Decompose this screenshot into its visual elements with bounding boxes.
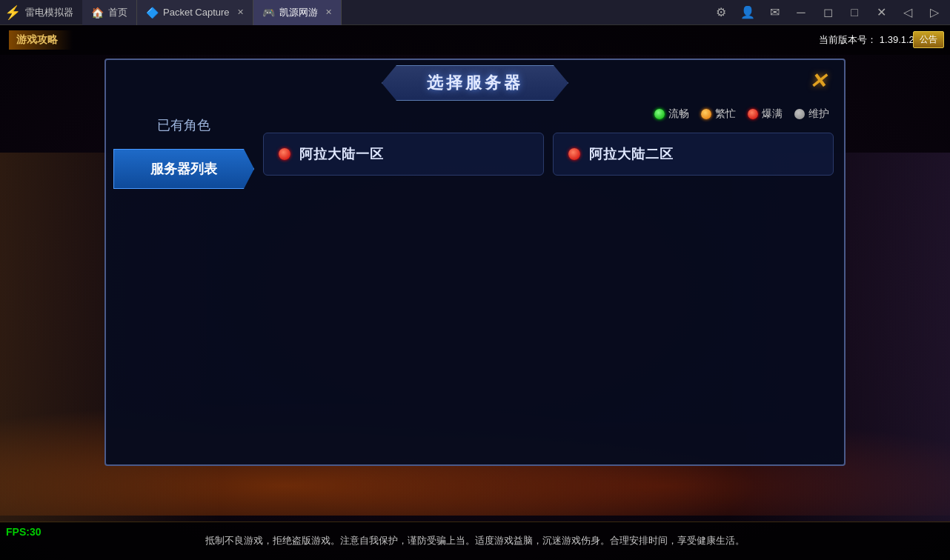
packet-capture-tab-icon: 🔷 (146, 7, 159, 19)
app-icon: ⚡ (0, 0, 25, 25)
server-1-status-dot (279, 148, 290, 160)
warning-text: 抵制不良游戏，拒绝盗版游戏。注意自我保护，谨防受骗上当。适度游戏益脑，沉迷游戏伤… (0, 534, 950, 547)
busy-label: 繁忙 (715, 107, 736, 121)
close-button[interactable]: ✕ (868, 0, 894, 25)
existing-chars-button[interactable]: 已有角色 (113, 106, 254, 144)
tab-game[interactable]: 🎮 凯源网游 ✕ (253, 0, 342, 25)
server-item-2[interactable]: 阿拉大陆二区 (553, 133, 834, 176)
game-tab-icon: 🎮 (262, 7, 275, 19)
dialog-close-button[interactable]: ✕ (803, 66, 832, 96)
busy-dot (701, 109, 711, 119)
dialog-title-container: 选择服务器 (382, 65, 568, 101)
status-smooth: 流畅 (654, 107, 689, 121)
tab-packet-capture[interactable]: 🔷 Packet Capture ✕ (137, 0, 253, 25)
tab-packet-capture-label: Packet Capture (163, 7, 230, 18)
tab-home[interactable]: 🏠 首页 (82, 0, 137, 25)
tab-game-close[interactable]: ✕ (325, 7, 332, 17)
right-content: 流畅 繁忙 爆满 维护 (260, 101, 837, 457)
dialog-header: 选择服务器 ✕ (106, 60, 844, 101)
tab-game-label: 凯源网游 (279, 6, 318, 19)
next-button[interactable]: ▷ (922, 0, 947, 25)
left-panel: 已有角色 服务器列表 (113, 101, 254, 457)
server-2-status-dot (568, 148, 580, 160)
dialog-title: 选择服务器 (427, 73, 523, 92)
tab-packet-capture-close[interactable]: ✕ (237, 7, 244, 17)
status-legend: 流畅 繁忙 爆满 维护 (260, 101, 837, 127)
restore-button[interactable]: ◻ (815, 0, 840, 25)
status-maintenance: 维护 (794, 107, 829, 121)
top-bar: 游戏攻略 当前版本号： 1.39.1.237578 公告 (0, 25, 950, 55)
game-area: 游戏攻略 当前版本号： 1.39.1.237578 公告 选择服务器 ✕ 已有角… (0, 25, 950, 560)
dialog-close-icon: ✕ (809, 69, 826, 93)
game-guide-label: 游戏攻略 (9, 30, 73, 50)
home-tab-icon: 🏠 (91, 7, 104, 19)
prev-button[interactable]: ◁ (895, 0, 920, 25)
bottom-bar: FPS:30 抵制不良游戏，拒绝盗版游戏。注意自我保护，谨防受骗上当。适度游戏益… (0, 521, 950, 560)
tab-home-label: 首页 (108, 6, 127, 19)
maintenance-label: 维护 (808, 107, 829, 121)
smooth-label: 流畅 (668, 107, 689, 121)
window-controls: ⚙ 👤 ✉ ─ ◻ □ ✕ ◁ ▷ (708, 0, 950, 25)
fps-label: FPS:30 (6, 526, 41, 538)
mail-button[interactable]: ✉ (762, 0, 787, 25)
minimize-button[interactable]: ─ (788, 0, 814, 25)
settings-button[interactable]: ⚙ (708, 0, 734, 25)
server-1-name: 阿拉大陆一区 (299, 145, 384, 163)
smooth-dot (654, 109, 665, 119)
server-item-1[interactable]: 阿拉大陆一区 (263, 133, 544, 176)
app-name: 雷电模拟器 (25, 6, 82, 19)
server-list-button[interactable]: 服务器列表 (113, 149, 254, 189)
maximize-button[interactable]: □ (842, 0, 867, 25)
titlebar: ⚡ 雷电模拟器 🏠 首页 🔷 Packet Capture ✕ 🎮 凯源网游 ✕… (0, 0, 950, 25)
version-label: 当前版本号： (819, 34, 877, 45)
full-dot (748, 109, 758, 119)
status-busy: 繁忙 (701, 107, 736, 121)
notice-button[interactable]: 公告 (913, 31, 944, 48)
dialog-body: 已有角色 服务器列表 流畅 繁忙 爆满 (106, 101, 844, 464)
server-grid: 阿拉大陆一区 阿拉大陆二区 (260, 127, 837, 181)
server-select-dialog: 选择服务器 ✕ 已有角色 服务器列表 流畅 (104, 59, 846, 466)
maintenance-dot (794, 109, 805, 119)
full-label: 爆满 (762, 107, 783, 121)
status-full: 爆满 (748, 107, 783, 121)
user-button[interactable]: 👤 (735, 0, 760, 25)
server-2-name: 阿拉大陆二区 (589, 145, 674, 163)
